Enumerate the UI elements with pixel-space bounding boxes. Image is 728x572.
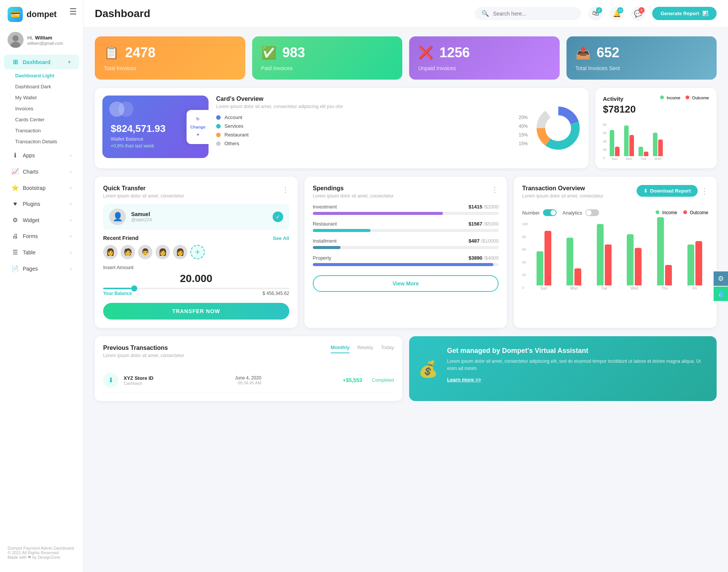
footer-text-2: © 2021 All Rights Reserved <box>8 550 75 555</box>
settings-float-button[interactable]: ⚙ <box>714 271 728 286</box>
friend-avatar-1[interactable]: 👩 <box>103 245 118 259</box>
quick-transfer-header: Quick Transfer Lorem ipsum dolor sit ame… <box>103 185 289 204</box>
transfer-now-button[interactable]: TRANSFER NOW <box>103 303 289 320</box>
big-bar-group-fri: Fri <box>681 241 708 290</box>
label-wed: Wed <box>654 157 661 161</box>
big-bars: Sun Mon <box>530 222 708 290</box>
friend-avatar-2[interactable]: 🧑 <box>121 245 135 259</box>
submenu-dashboard-dark[interactable]: Dashboard Dark <box>11 81 83 92</box>
chat-button[interactable]: 💬 5 <box>631 6 645 21</box>
stat-num-sent: 652 <box>597 45 620 61</box>
add-friend-button[interactable]: + <box>190 245 205 259</box>
submenu-invoices[interactable]: Invoices <box>11 103 83 114</box>
tx-outcome-legend: Outcome <box>683 210 708 215</box>
wallet-card-container: $824,571.93 Wallet Balance +0,8% than la… <box>102 96 209 161</box>
big-bar-group-sun: Sun <box>530 231 557 290</box>
number-toggle[interactable] <box>543 209 557 216</box>
label-tue: Tue <box>640 157 646 161</box>
progress-fill-installment <box>313 246 341 249</box>
spending-header-restaurant: Restaurant $1567 /$5000 <box>313 221 499 227</box>
quick-transfer-subtitle: Lorem ipsum dolor sit amet, consectetur <box>103 193 184 199</box>
amount-slider[interactable] <box>103 288 289 289</box>
activity-amount: $78120 <box>603 103 636 115</box>
submenu-my-wallet[interactable]: My Wallet <box>11 92 83 103</box>
page-title: Dashboard <box>95 8 467 20</box>
spendings-menu-icon[interactable]: ⋮ <box>491 185 499 194</box>
tx-overview-subtitle: Lorem ipsum dolor sit amet, consectetur <box>522 193 603 199</box>
sidebar-item-apps[interactable]: ℹ Apps › <box>4 148 79 163</box>
tab-weekly[interactable]: Weekly <box>357 345 373 353</box>
spending-val-property: $3890 <box>469 255 482 261</box>
outcome-dot <box>686 96 689 99</box>
prev-tx-header: Previous Transactions Lorem ipsum dolor … <box>103 345 394 364</box>
view-more-button[interactable]: View More <box>313 275 499 292</box>
big-bar-mon-outcome <box>574 268 581 285</box>
sidebar-item-plugins[interactable]: ♥ Plugins › <box>4 197 79 211</box>
prev-tx-subtitle: Lorem ipsum dolor sit amet, consectetur <box>103 353 184 358</box>
sidebar-item-dashboard[interactable]: ⊞ Dashboard ▼ <box>4 55 79 69</box>
tx-overview-header: Transaction Overview Lorem ipsum dolor s… <box>522 185 708 204</box>
submenu-dashboard-light[interactable]: Dashboard Light <box>11 70 83 81</box>
bag-badge: 2 <box>596 7 602 13</box>
sidebar-item-pages[interactable]: 📄 Pages › <box>4 261 79 276</box>
theme-float-button[interactable]: 💧 <box>714 287 728 301</box>
sidebar-item-table[interactable]: ☰ Table › <box>4 245 79 260</box>
stat-label-unpaid: Unpaid Invoices <box>418 65 551 71</box>
sent-icon: 📤 <box>576 45 591 60</box>
tx-amount: +$5,553 <box>343 377 362 383</box>
side-buttons: ⚙ 💧 <box>714 271 728 301</box>
sidebar-item-charts[interactable]: 📈 Charts › <box>4 164 79 179</box>
slider-thumb[interactable] <box>131 285 137 291</box>
legend-others: Others 15% <box>216 141 528 146</box>
bell-button[interactable]: 🔔 12 <box>610 6 624 21</box>
spending-val-investment: $1415 <box>469 204 482 210</box>
tx-outcome-dot <box>683 210 687 214</box>
va-learn-more-link[interactable]: Learn more >> <box>447 377 706 382</box>
contact-info: Samuel @sam224 <box>131 211 152 223</box>
wallet-change-button[interactable]: ↻ Change ▾ <box>187 110 209 144</box>
main-content: Dashboard 🔍 🛍 2 🔔 12 💬 5 Generate Report… <box>83 0 728 572</box>
card-overview-subtitle: Lorem ipsum dolor sit amet, consectetur … <box>216 104 528 109</box>
legend-label-services: Services <box>224 123 243 129</box>
analytics-toggle[interactable] <box>585 209 599 216</box>
table-row: ⬇ XYZ Store ID Cashback June 4, 2020 05:… <box>103 368 394 393</box>
sidebar-item-bootstrap[interactable]: ⭐ Bootstrap › <box>4 180 79 195</box>
spending-item-installment: Installment $487 /$10000 <box>313 238 499 249</box>
sidebar-item-forms[interactable]: 🖨 Forms › <box>4 229 79 243</box>
search-input[interactable] <box>493 11 569 17</box>
friend-avatar-4[interactable]: 👩 <box>155 245 170 259</box>
featured-contact[interactable]: 👤 Samuel @sam224 ✓ <box>103 204 289 230</box>
chevron-right-icon-7: › <box>70 250 72 255</box>
generate-report-button[interactable]: Generate Report 📊 <box>652 7 717 20</box>
recent-friends-label: Recent Friend <box>103 235 138 241</box>
submenu-transaction[interactable]: Transaction <box>11 125 83 136</box>
progress-fill-restaurant <box>313 229 370 232</box>
submenu-transaction-details[interactable]: Transaction Details <box>11 136 83 147</box>
quick-transfer-menu-icon[interactable]: ⋮ <box>282 185 289 194</box>
search-bar[interactable]: 🔍 <box>475 7 581 20</box>
sidebar-item-widget[interactable]: ⚙ Widget › <box>4 213 79 227</box>
chevron-down-icon-2: ▾ <box>197 132 199 137</box>
see-all-link[interactable]: See All <box>273 235 289 241</box>
bag-button[interactable]: 🛍 2 <box>588 6 603 21</box>
dot-restaurant <box>216 133 221 137</box>
submenu-cards-center[interactable]: Cards Center <box>11 114 83 125</box>
friend-avatar-5[interactable]: 👩 <box>173 245 187 259</box>
user-email: william@gmail.com <box>27 41 63 45</box>
dot-others <box>216 141 221 146</box>
hamburger-icon[interactable]: ☰ <box>63 0 77 17</box>
spending-item-investment: Investment $1415 /$2000 <box>313 204 499 215</box>
sidebar: 💳 dompet ☰ Hi, William william@gmail.com… <box>0 0 83 572</box>
user-greeting: Hi, William <box>27 34 63 41</box>
tx-overview-menu-icon[interactable]: ⋮ <box>701 186 708 196</box>
friend-avatar-3[interactable]: 👨 <box>138 245 152 259</box>
sidebar-label-plugins: Plugins <box>23 201 40 207</box>
card-overview-info: Card's Overview Lorem ipsum dolor sit am… <box>216 96 528 161</box>
big-bar-fri-income <box>687 244 694 285</box>
virtual-assistant-card: 💰 Get managed by Dompet's Virtual Assist… <box>409 336 717 401</box>
tab-today[interactable]: Today <box>381 345 394 353</box>
tab-monthly[interactable]: Monthly <box>331 345 350 353</box>
download-report-button[interactable]: ⬇ Download Report <box>637 185 698 197</box>
spending-amount-property: $3890 /$4000 <box>469 255 499 261</box>
activity-legend: Income Outcome <box>660 96 709 100</box>
